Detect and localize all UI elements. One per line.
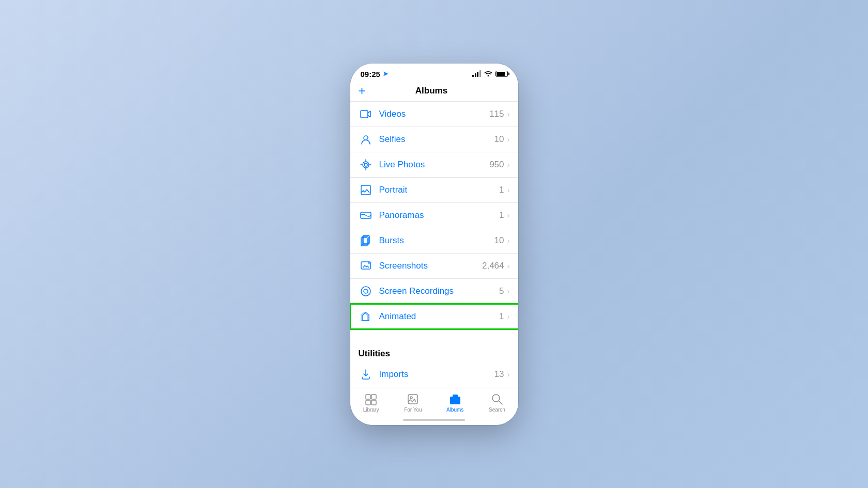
album-count: 5 — [499, 286, 504, 296]
tab-bar: Library For You Albums — [350, 388, 518, 415]
nav-bar: + Albums — [350, 82, 518, 102]
svg-point-13 — [368, 262, 369, 264]
svg-point-2 — [364, 163, 367, 166]
svg-rect-25 — [408, 395, 417, 404]
svg-rect-24 — [371, 400, 376, 405]
panorama-icon — [359, 208, 373, 223]
album-name: Animated — [379, 311, 500, 322]
tab-for-you[interactable]: For You — [392, 392, 434, 413]
album-name: Panoramas — [379, 210, 500, 221]
album-name: Screenshots — [379, 261, 482, 271]
library-tab-label: Library — [363, 407, 379, 413]
location-icon: ➤ — [383, 70, 388, 77]
album-row[interactable]: Live Photos 950 › — [350, 152, 518, 178]
svg-rect-28 — [453, 395, 458, 398]
albums-content: Videos 115 › Selfies 10 › — [350, 102, 518, 388]
utilities-header: Utilities — [350, 339, 518, 362]
chevron-icon: › — [507, 312, 510, 321]
imports-icon — [359, 367, 373, 382]
tab-search[interactable]: Search — [476, 392, 518, 413]
album-row[interactable]: Videos 115 › — [350, 102, 518, 127]
chevron-icon: › — [507, 185, 510, 194]
tab-library[interactable]: Library — [350, 392, 392, 413]
video-icon — [359, 107, 373, 121]
wifi-icon — [484, 70, 492, 78]
imports-row[interactable]: Imports 13 › — [350, 362, 518, 387]
chevron-icon: › — [507, 370, 510, 379]
status-time: 09:25 ➤ — [361, 70, 388, 78]
status-icons — [472, 70, 508, 78]
album-row[interactable]: Screenshots 2,464 › — [350, 254, 518, 279]
search-tab-label: Search — [489, 407, 505, 413]
for-you-tab-label: For You — [404, 407, 422, 413]
svg-rect-21 — [366, 395, 370, 399]
album-count: 115 — [489, 109, 504, 119]
album-name: Selfies — [379, 134, 494, 145]
album-name: Screen Recordings — [379, 286, 500, 296]
chevron-icon: › — [507, 211, 510, 219]
selfie-icon — [359, 132, 373, 147]
album-count: 1 — [499, 311, 504, 322]
add-album-button[interactable]: + — [359, 85, 366, 97]
album-row[interactable]: Selfies 10 › — [350, 127, 518, 152]
album-count: 13 — [494, 369, 504, 380]
album-name: Imports — [379, 369, 494, 380]
svg-point-26 — [410, 397, 412, 399]
animated-icon — [359, 309, 373, 324]
signal-icon — [472, 71, 481, 77]
album-count: 950 — [489, 160, 504, 170]
album-count: 10 — [494, 235, 504, 246]
media-types-section: Videos 115 › Selfies 10 › — [350, 102, 518, 329]
svg-point-14 — [361, 287, 370, 296]
home-bar — [403, 419, 465, 421]
for-you-tab-icon — [406, 392, 420, 406]
svg-line-30 — [499, 401, 502, 404]
svg-rect-12 — [361, 262, 370, 269]
svg-point-3 — [363, 162, 369, 168]
album-count: 1 — [499, 185, 504, 195]
svg-point-15 — [364, 289, 368, 293]
album-count: 1 — [499, 210, 504, 221]
live-photos-icon — [359, 158, 373, 172]
status-bar: 09:25 ➤ — [350, 64, 518, 82]
battery-icon — [495, 71, 508, 77]
nav-title: Albums — [415, 86, 447, 96]
portrait-icon — [359, 183, 373, 197]
album-count: 10 — [494, 134, 504, 145]
album-row[interactable]: Portrait 1 › — [350, 178, 518, 203]
home-indicator — [350, 415, 518, 425]
bursts-icon — [359, 233, 373, 248]
chevron-icon: › — [507, 287, 510, 295]
albums-tab-label: Albums — [446, 407, 463, 413]
chevron-icon: › — [507, 236, 510, 245]
phone-frame: 09:25 ➤ + Albums — [350, 64, 518, 425]
albums-tab-icon — [448, 392, 462, 406]
chevron-icon: › — [507, 160, 510, 169]
animated-album-row[interactable]: Animated 1 › — [350, 304, 518, 329]
svg-rect-0 — [361, 111, 368, 118]
svg-point-29 — [492, 395, 500, 402]
album-name: Portrait — [379, 185, 500, 195]
album-name: Bursts — [379, 235, 494, 246]
chevron-icon: › — [507, 135, 510, 144]
svg-rect-27 — [450, 397, 460, 404]
search-tab-icon — [490, 392, 504, 406]
svg-rect-22 — [371, 395, 376, 399]
svg-rect-23 — [366, 400, 370, 405]
album-row[interactable]: Bursts 10 › — [350, 228, 518, 254]
album-row[interactable]: Screen Recordings 5 › — [350, 279, 518, 304]
screen-recording-icon — [359, 284, 373, 298]
svg-point-1 — [364, 136, 368, 140]
album-count: 2,464 — [482, 261, 504, 271]
screenshot-icon — [359, 259, 373, 273]
tab-albums[interactable]: Albums — [434, 392, 476, 413]
library-tab-icon — [364, 392, 378, 406]
utilities-section: Utilities Imports 13 › — [350, 339, 518, 388]
album-name: Videos — [379, 109, 490, 119]
album-name: Live Photos — [379, 160, 490, 170]
chevron-icon: › — [507, 261, 510, 270]
album-row[interactable]: Panoramas 1 › — [350, 203, 518, 228]
chevron-icon: › — [507, 109, 510, 118]
